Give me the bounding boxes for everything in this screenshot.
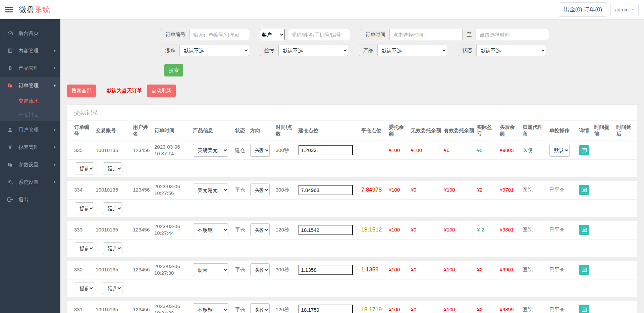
profit-select[interactable]: 默认不选: [278, 45, 348, 56]
control-status: 已平仓: [549, 221, 579, 240]
product-select[interactable]: 沥青: [193, 263, 228, 276]
time-delay-select[interactable]: 延后: [103, 162, 122, 174]
filter-row-2: 涨跌 默认不选 盈亏 默认不选 产品 默认不选 状态 默认不选: [161, 45, 637, 56]
trade-account: 10010135: [96, 261, 133, 279]
time-adjust-row: 提前 延后: [67, 279, 637, 297]
menu-toggle-icon[interactable]: [5, 7, 13, 12]
time-adjust-row: 提前 延后: [67, 160, 637, 177]
balance-after: ¥9701: [500, 181, 523, 200]
panel-title: 交易记录: [67, 105, 637, 121]
col-duration: 时间/点数: [276, 121, 299, 141]
status-text: 平仓: [235, 301, 250, 313]
product-select[interactable]: 不锈钢: [193, 223, 228, 236]
product-filter-select[interactable]: 默认不选: [377, 45, 447, 56]
detail-button[interactable]: [579, 185, 589, 195]
invalid-entrust: ¥0: [411, 221, 444, 240]
open-point-input[interactable]: [299, 145, 353, 155]
direction-select[interactable]: 买涨: [250, 263, 270, 276]
user-name: 123456: [133, 181, 154, 200]
time-advance-select[interactable]: 提前: [75, 202, 94, 214]
time-delay-select[interactable]: 延后: [103, 282, 122, 294]
user-name: 123456: [133, 301, 154, 313]
order-time: 2023-03-0610:27:30: [154, 261, 193, 279]
sidebar-item-products[interactable]: 产品管理: [0, 59, 60, 77]
sidebar-subitem-trade-flow[interactable]: 交易流水: [0, 94, 60, 108]
direction-select[interactable]: 买涨: [250, 303, 270, 313]
sidebar-item-params[interactable]: 参数设置: [0, 156, 60, 173]
topbar: 微盘系统 出金(0) 订单(0) admin: [0, 0, 644, 19]
valid-entrust: ¥100: [444, 261, 477, 279]
time-delay-select[interactable]: 延后: [103, 202, 122, 214]
detail-button[interactable]: [579, 145, 589, 155]
open-point-input[interactable]: [299, 185, 353, 195]
sidebar-subitem-label: 交易流水: [18, 98, 39, 104]
coin-icon: [7, 65, 15, 71]
time-advance-select[interactable]: 提前: [75, 242, 94, 254]
sidebar-subitem-close-log[interactable]: 平仓日志: [0, 108, 60, 121]
time-adjust-row: 提前 延后: [67, 240, 637, 257]
actual-profit: ¥2: [477, 307, 483, 312]
time-to-input[interactable]: [476, 29, 549, 40]
user-icon: [7, 127, 15, 133]
sidebar-item-label: 订单管理: [18, 83, 39, 89]
open-point-input[interactable]: [299, 225, 353, 235]
status-filter-select[interactable]: 默认不选: [476, 45, 546, 56]
control-select[interactable]: 默认: [549, 144, 570, 157]
row-gap: [67, 217, 637, 221]
direction-select[interactable]: 买涨: [250, 184, 270, 196]
direction-select[interactable]: 买涨: [250, 223, 270, 236]
search-button[interactable]: 搜索: [164, 64, 183, 76]
time-from-input[interactable]: [389, 29, 463, 40]
order-time: 2023-03-0610:27:44: [154, 221, 193, 240]
withdraw-orders-button[interactable]: 出金(0) 订单(0): [559, 2, 607, 17]
time-advance-select[interactable]: 提前: [75, 282, 94, 294]
agent: 医院: [523, 221, 549, 240]
sidebar-item-label: 报表管理: [18, 144, 39, 151]
customer-type-select[interactable]: 客户: [260, 29, 285, 40]
product-select[interactable]: 英镑美元: [193, 144, 228, 157]
actual-profit: ¥-2: [477, 227, 484, 232]
sidebar-item-system[interactable]: 系统设置: [0, 173, 60, 191]
customer-input[interactable]: [288, 29, 350, 40]
search-all-button[interactable]: 搜索全部: [67, 85, 96, 97]
detail-button[interactable]: [579, 225, 589, 235]
sidebar-item-label: 后台首页: [18, 30, 39, 37]
order-id: 335: [67, 141, 96, 160]
status-text: 平仓: [235, 221, 250, 240]
col-time-advance: 时间提前: [594, 121, 616, 141]
trade-records-panel: 交易记录 订单编号 交易账号 用户姓名 订单时间 产品信息: [67, 104, 637, 313]
duration: 300秒: [276, 141, 299, 160]
sidebar-item-users[interactable]: 用户管理: [0, 121, 60, 139]
auto-refresh-button[interactable]: 自动刷新: [147, 85, 176, 97]
valid-entrust: ¥100: [444, 221, 477, 240]
order-no-input[interactable]: [190, 29, 249, 40]
time-advance-select[interactable]: 提前: [75, 162, 94, 174]
sidebar-item-logout[interactable]: 退出: [0, 191, 60, 208]
close-point: 18.1719: [361, 306, 382, 313]
order-id: 331: [67, 301, 96, 313]
balance-after: ¥9805: [500, 141, 523, 160]
logo-primary: 微盘: [19, 5, 35, 14]
direction-select[interactable]: 买涨: [250, 144, 270, 157]
copy-icon: [7, 83, 15, 88]
sidebar-item-reports[interactable]: 报表管理: [0, 139, 60, 156]
sidebar-item-orders[interactable]: 订单管理: [0, 77, 60, 94]
time-delay-select[interactable]: 延后: [103, 242, 122, 254]
open-point-input[interactable]: [299, 265, 353, 275]
valid-entrust: ¥100: [444, 301, 477, 313]
detail-button[interactable]: [579, 305, 589, 313]
order-id: 332: [67, 261, 96, 279]
table-header-row: 订单编号 交易账号 用户姓名 订单时间 产品信息 状态 方向 时间/点数 建仓点…: [67, 121, 637, 141]
sidebar-item-dashboard[interactable]: 后台首页: [0, 24, 60, 42]
product-select[interactable]: 不锈钢: [193, 303, 228, 313]
user-menu[interactable]: admin: [610, 3, 639, 16]
product-select[interactable]: 美元港元: [193, 184, 228, 196]
sidebar-item-content[interactable]: 内容管理: [0, 42, 60, 59]
actual-profit: ¥2: [477, 267, 483, 272]
open-point-input[interactable]: [299, 305, 353, 313]
col-order-time: 订单时间: [154, 121, 193, 141]
updown-select[interactable]: 默认不选: [179, 45, 249, 56]
sidebar-item-label: 产品管理: [18, 65, 39, 71]
detail-button[interactable]: [579, 265, 589, 275]
duration: 120秒: [276, 221, 299, 240]
